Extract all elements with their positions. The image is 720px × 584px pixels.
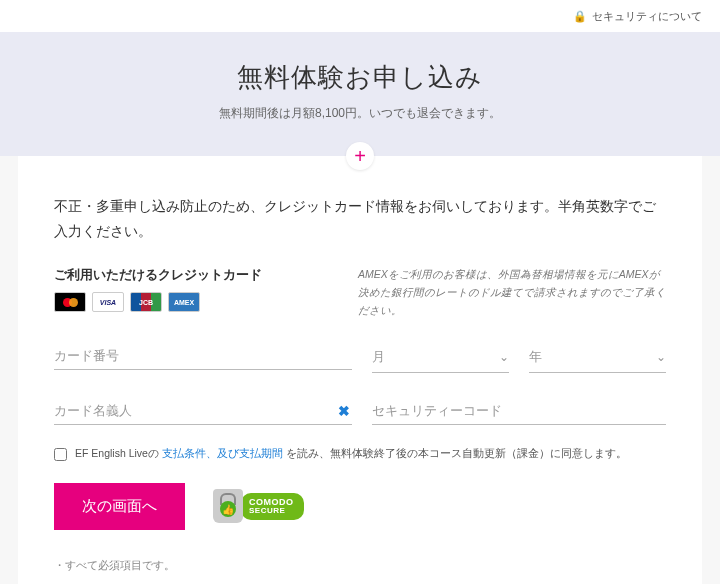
card-number-input[interactable] bbox=[54, 340, 352, 370]
comodo-badge: 👍 COMODOSECURE bbox=[213, 489, 304, 523]
consent-checkbox[interactable] bbox=[54, 448, 67, 461]
cards-heading: ご利用いただけるクレジットカード bbox=[54, 266, 334, 284]
amex-icon: AMEX bbox=[168, 292, 200, 312]
lock-icon: 🔒 bbox=[573, 10, 587, 23]
card-holder-input[interactable] bbox=[54, 395, 352, 425]
chevron-down-icon: ⌄ bbox=[656, 350, 666, 364]
form-card: 不正・多重申し込み防止のため、クレジットカード情報をお伺いしております。半角英数… bbox=[18, 156, 702, 584]
consent-text: EF English Liveの 支払条件、及び支払期間 を読み、無料体験終了後… bbox=[75, 447, 627, 461]
required-note: ・すべて必須項目です。 bbox=[54, 558, 666, 573]
mastercard-icon bbox=[54, 292, 86, 312]
security-link[interactable]: セキュリティについて bbox=[592, 9, 702, 24]
consent-row[interactable]: EF English Liveの 支払条件、及び支払期間 を読み、無料体験終了後… bbox=[54, 447, 666, 461]
cvv-input[interactable] bbox=[372, 395, 666, 425]
chevron-down-icon: ⌄ bbox=[499, 350, 509, 364]
page-title: 無料体験お申し込み bbox=[0, 60, 720, 95]
jcb-icon: JCB bbox=[130, 292, 162, 312]
month-select[interactable]: 月 ⌄ bbox=[372, 340, 509, 373]
hero: 無料体験お申し込み 無料期間後は月額8,100円。いつでも退会できます。 + bbox=[0, 32, 720, 156]
amex-note: AMEXをご利用のお客様は、外国為替相場情報を元にAMEXが決めた銀行間のレート… bbox=[358, 266, 666, 320]
visa-icon: VISA bbox=[92, 292, 124, 312]
next-button[interactable]: 次の画面へ bbox=[54, 483, 185, 530]
plus-icon[interactable]: + bbox=[346, 142, 374, 170]
year-select[interactable]: 年 ⌄ bbox=[529, 340, 666, 373]
clear-icon[interactable]: ✖ bbox=[338, 403, 350, 419]
terms-link[interactable]: 支払条件、及び支払期間 bbox=[162, 447, 283, 459]
intro-text: 不正・多重申し込み防止のため、クレジットカード情報をお伺いしております。半角英数… bbox=[54, 194, 666, 244]
page-subtitle: 無料期間後は月額8,100円。いつでも退会できます。 bbox=[0, 105, 720, 122]
